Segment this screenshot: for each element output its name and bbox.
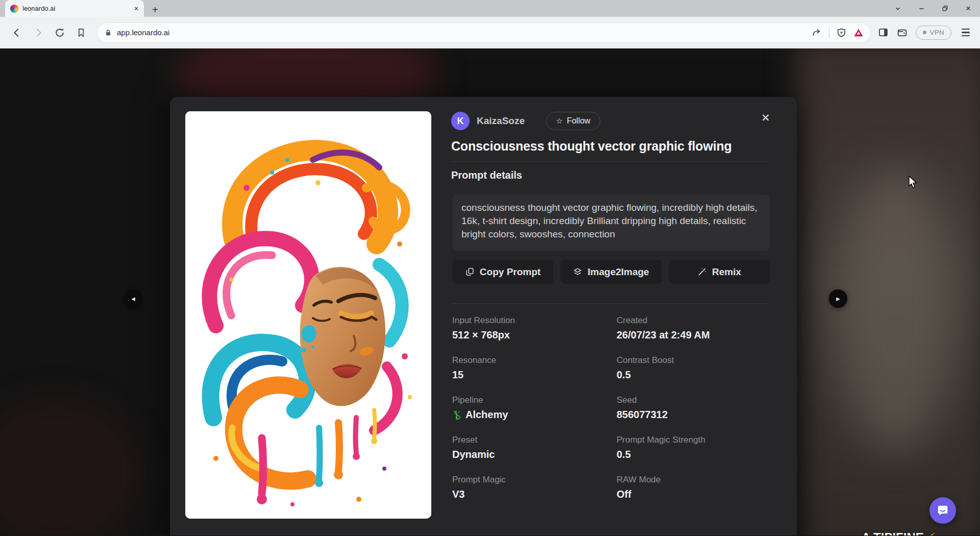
tab-title: leonardo.ai — [22, 5, 130, 12]
next-image-button[interactable]: ▸ — [829, 289, 847, 308]
browser-toolbar: app.leonardo.ai VPN — [0, 17, 980, 48]
url-text: app.leonardo.ai — [117, 28, 812, 37]
menu-icon[interactable] — [960, 27, 972, 38]
share-icon[interactable] — [812, 28, 822, 38]
generation-details-grid: Input Resolution 512 × 768px Created 26/… — [452, 315, 770, 500]
user-name[interactable]: KaizaSoze — [477, 115, 525, 127]
lock-icon — [104, 29, 112, 37]
meta-prompt-magic-strength: Prompt Magic Strength 0.5 — [617, 435, 770, 460]
leonardo-page-backdrop: ◂ ▸ — [0, 48, 980, 535]
wallet-icon[interactable] — [897, 27, 908, 38]
meta-created: Created 26/07/23 at 2:49 AM — [617, 315, 770, 341]
video-watermark: A TIPIFINE ⚡ — [862, 530, 936, 535]
browser-tab[interactable]: leonardo.ai ✕ — [5, 0, 144, 17]
copy-icon — [465, 267, 475, 277]
image-title: Consciousness thought vector graphic flo… — [451, 139, 757, 154]
minimize-button[interactable] — [910, 0, 933, 17]
vpn-status-dot — [923, 31, 926, 34]
brave-shield-icon[interactable] — [837, 28, 846, 38]
browser-tab-strip: leonardo.ai ✕ + ✕ — [0, 0, 980, 17]
generated-artwork-image[interactable] — [185, 111, 431, 519]
image-detail-modal: K KaizaSoze ☆ Follow Consciousness thoug… — [170, 97, 797, 535]
meta-preset: Preset Dynamic — [452, 435, 617, 460]
tab-close-icon[interactable]: ✕ — [134, 5, 139, 12]
star-icon: ☆ — [556, 116, 562, 126]
meta-input-resolution: Input Resolution 512 × 768px — [452, 315, 617, 341]
forward-button[interactable] — [30, 24, 47, 41]
url-bar[interactable]: app.leonardo.ai — [97, 22, 871, 43]
vpn-label: VPN — [930, 29, 944, 36]
meta-contrast-boost: Contrast Boost 0.5 — [617, 355, 770, 381]
restore-button[interactable] — [933, 0, 957, 17]
bookmark-icon[interactable] — [72, 24, 90, 41]
backdrop-blur-blob — [837, 166, 954, 452]
vpn-button[interactable]: VPN — [916, 26, 951, 40]
prompt-text: consciousness thought vector graphic flo… — [461, 201, 761, 241]
window-controls: ✕ — [886, 0, 980, 17]
tab-search-icon[interactable] — [886, 0, 910, 17]
spark-icon: ⚡ — [927, 530, 936, 535]
meta-pipeline: Pipeline Alchemy — [452, 395, 617, 421]
backdrop-blur-blob — [0, 396, 143, 535]
remix-button[interactable]: Remix — [669, 260, 770, 284]
follow-label: Follow — [567, 116, 590, 126]
support-chat-button[interactable] — [929, 497, 956, 524]
image2image-button[interactable]: Image2Image — [560, 260, 662, 284]
leonardo-favicon — [10, 5, 18, 13]
new-tab-button[interactable]: + — [152, 5, 158, 15]
avatar[interactable]: K — [451, 112, 470, 130]
copy-prompt-button[interactable]: Copy Prompt — [452, 260, 553, 284]
bat-rewards-icon[interactable] — [853, 28, 864, 37]
divider — [451, 303, 768, 304]
close-modal-icon[interactable]: ✕ — [758, 110, 773, 126]
sidebar-icon[interactable] — [878, 27, 889, 38]
divider — [829, 28, 829, 38]
layers-icon — [573, 267, 582, 277]
prompt-box: consciousness thought vector graphic flo… — [452, 194, 770, 251]
follow-button[interactable]: ☆ Follow — [546, 112, 600, 130]
meta-prompt-magic: Prompt Magic V3 — [452, 475, 617, 500]
previous-image-button[interactable]: ◂ — [124, 289, 142, 308]
divider — [451, 161, 768, 162]
reload-button[interactable] — [51, 24, 68, 41]
close-window-button[interactable]: ✕ — [957, 0, 980, 17]
prompt-details-heading: Prompt details — [451, 169, 522, 181]
chat-icon — [936, 504, 949, 517]
meta-seed: Seed 856077312 — [617, 395, 770, 421]
back-button[interactable] — [8, 24, 26, 41]
flask-icon — [452, 410, 461, 420]
meta-resonance: Resonance 15 — [452, 355, 617, 381]
meta-raw-mode: RAW Mode Off — [617, 475, 770, 500]
magic-wand-icon — [697, 267, 707, 277]
